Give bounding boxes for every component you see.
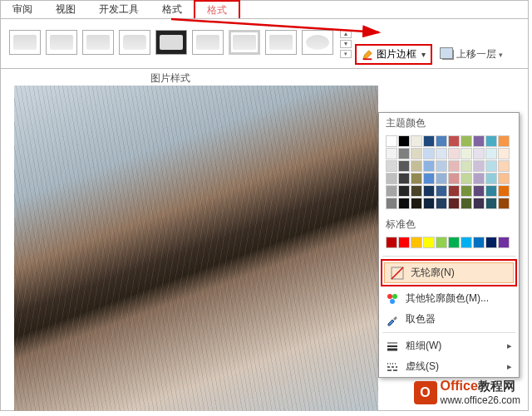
color-swatch[interactable] [485,185,497,197]
color-swatch[interactable] [423,148,435,159]
color-swatch[interactable] [436,135,447,147]
color-swatch[interactable] [448,198,460,209]
color-swatch[interactable] [386,135,397,147]
color-swatch[interactable] [411,173,422,184]
color-swatch[interactable] [411,185,422,197]
color-swatch[interactable] [461,237,472,248]
color-swatch[interactable] [498,198,510,209]
color-swatch[interactable] [485,148,497,159]
color-swatch[interactable] [423,160,435,172]
weight-item[interactable]: 粗细(W) ▸ [379,335,519,356]
color-swatch[interactable] [473,198,485,209]
color-swatch[interactable] [498,173,510,184]
color-swatch[interactable] [398,160,410,172]
color-swatch[interactable] [485,160,497,172]
color-swatch[interactable] [436,160,447,172]
color-swatch[interactable] [411,198,422,209]
style-thumb-2[interactable] [46,30,77,55]
color-swatch[interactable] [436,148,447,159]
color-swatch[interactable] [398,135,410,147]
color-swatch[interactable] [473,173,485,184]
color-swatch[interactable] [386,185,397,197]
wm-url: www.office26.com [441,394,521,406]
color-swatch[interactable] [461,185,472,197]
picture-border-dropdown: 主题颜色 标准色 无轮廓(N) 其他轮廓颜色(M)... [378,112,520,378]
eyedropper-item[interactable]: 取色器 [379,309,519,330]
tab-format[interactable]: 格式 [150,1,194,18]
style-thumb-7[interactable] [229,30,260,55]
color-swatch[interactable] [448,135,460,147]
style-thumb-1[interactable] [9,30,41,55]
gallery-up[interactable]: ▲ [340,30,352,38]
color-swatch[interactable] [386,237,397,248]
style-thumb-6[interactable] [192,30,224,55]
color-swatch[interactable] [411,237,422,248]
color-swatch[interactable] [423,198,435,209]
tab-review[interactable]: 审阅 [1,1,44,18]
color-swatch[interactable] [436,173,447,184]
color-swatch[interactable] [448,160,460,172]
tab-format-active[interactable]: 格式 [194,0,240,18]
color-swatch[interactable] [473,185,485,197]
color-swatch[interactable] [461,135,472,147]
color-swatch[interactable] [436,185,447,197]
color-swatch[interactable] [386,173,397,184]
style-thumb-9[interactable] [302,30,333,55]
color-swatch[interactable] [423,173,435,184]
style-thumb-5[interactable] [155,30,187,55]
color-swatch[interactable] [473,237,485,248]
color-swatch[interactable] [398,185,410,197]
color-swatch[interactable] [398,237,410,248]
color-swatch[interactable] [436,198,447,209]
color-swatch[interactable] [411,148,422,159]
color-swatch[interactable] [498,237,510,248]
color-swatch[interactable] [448,173,460,184]
tab-view[interactable]: 视图 [44,1,87,18]
color-swatch[interactable] [461,173,472,184]
picture-border-button[interactable]: 图片边框 ▾ [355,44,432,65]
color-swatch[interactable] [436,237,447,248]
color-swatch[interactable] [386,160,397,172]
color-swatch[interactable] [448,185,460,197]
color-swatch[interactable] [448,237,460,248]
color-swatch[interactable] [398,148,410,159]
color-swatch[interactable] [461,198,472,209]
bring-forward-button[interactable]: 上移一层 ▾ [442,47,503,61]
color-swatch[interactable] [498,160,510,172]
no-outline-item[interactable]: 无轮廓(N) [384,262,514,283]
color-swatch[interactable] [386,198,397,209]
color-swatch[interactable] [485,135,497,147]
color-swatch[interactable] [423,237,435,248]
color-swatch[interactable] [485,237,497,248]
dashes-item[interactable]: 虚线(S) ▸ [379,356,519,377]
color-swatch[interactable] [448,148,460,159]
color-swatch[interactable] [498,148,510,159]
style-thumb-4[interactable] [119,30,150,55]
gallery-down[interactable]: ▼ [340,40,352,48]
style-thumb-3[interactable] [82,30,114,55]
color-swatch[interactable] [473,148,485,159]
color-swatch[interactable] [398,173,410,184]
app-window: 审阅 视图 开发工具 格式 格式 ▲ ▼ ▾ 图片边框 [0,0,529,411]
more-colors-item[interactable]: 其他轮廓颜色(M)... [379,288,519,309]
color-swatch[interactable] [485,173,497,184]
gallery-more[interactable]: ▾ [340,50,352,58]
color-swatch[interactable] [423,185,435,197]
color-swatch[interactable] [473,135,485,147]
color-swatch[interactable] [398,198,410,209]
color-swatch[interactable] [473,160,485,172]
color-swatch[interactable] [485,198,497,209]
color-swatch[interactable] [411,135,422,147]
color-swatch[interactable] [423,135,435,147]
color-swatch[interactable] [461,160,472,172]
color-swatch[interactable] [386,148,397,159]
bring-forward-icon [442,50,454,60]
color-swatch[interactable] [498,135,510,147]
color-swatch[interactable] [498,185,510,197]
style-thumb-8[interactable] [265,30,297,55]
svg-rect-0 [363,58,372,60]
tab-dev[interactable]: 开发工具 [87,1,150,18]
color-swatch[interactable] [411,160,422,172]
selected-image[interactable] [14,86,378,411]
color-swatch[interactable] [461,148,472,159]
